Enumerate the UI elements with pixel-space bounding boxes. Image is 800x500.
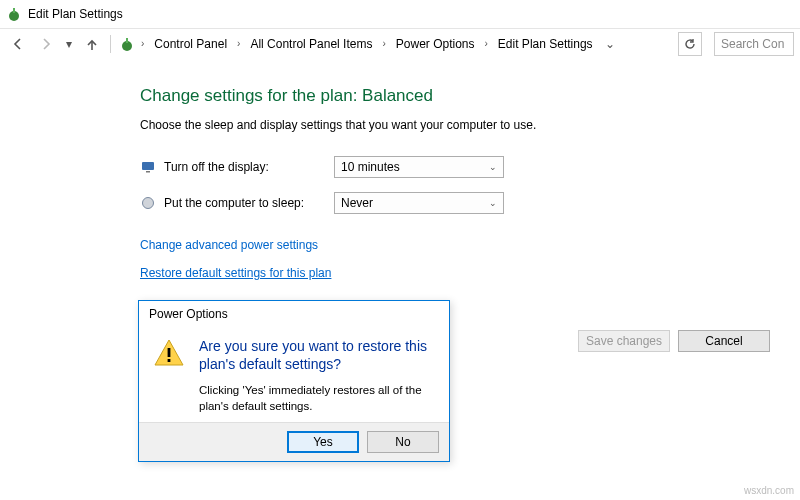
links-block: Change advanced power settings Restore d… [140,238,800,280]
save-changes-button[interactable]: Save changes [578,330,670,352]
dropdown-value: Never [341,196,373,210]
dialog-actions: Yes No [139,422,449,461]
page-subtitle: Choose the sleep and display settings th… [140,118,800,132]
svg-rect-9 [168,359,171,362]
warning-icon [153,337,185,414]
main-content: Change settings for the plan: Balanced C… [0,58,800,280]
nav-back-button[interactable] [6,32,30,56]
setting-label-display: Turn off the display: [164,160,334,174]
breadcrumb-dropdown[interactable]: ⌄ [601,35,619,53]
svg-point-6 [143,198,154,209]
cancel-button[interactable]: Cancel [678,330,770,352]
breadcrumb-item[interactable]: Control Panel [150,35,231,53]
page-title: Change settings for the plan: Balanced [140,86,800,106]
action-buttons: Save changes Cancel [578,330,770,352]
dialog-sub-text: Clicking 'Yes' immediately restores all … [199,383,435,414]
chevron-down-icon: ⌄ [489,198,497,208]
arrow-left-icon [11,37,25,51]
search-input[interactable]: Search Con [714,32,794,56]
watermark: wsxdn.com [744,485,794,496]
breadcrumb: › Control Panel › All Control Panel Item… [117,35,674,53]
chevron-right-icon: › [380,38,387,49]
svg-rect-3 [126,38,128,43]
refresh-icon [684,38,696,50]
chevron-right-icon: › [483,38,490,49]
chevron-down-icon: ⌄ [489,162,497,172]
svg-rect-5 [146,171,150,173]
recent-locations-dropdown[interactable]: ▾ [62,35,76,53]
window-titlebar: Edit Plan Settings [0,0,800,28]
dialog-main-text: Are you sure you want to restore this pl… [199,337,435,373]
nav-forward-button[interactable] [34,32,58,56]
navigation-bar: ▾ › Control Panel › All Control Panel It… [0,28,800,58]
breadcrumb-item[interactable]: All Control Panel Items [246,35,376,53]
display-timeout-dropdown[interactable]: 10 minutes ⌄ [334,156,504,178]
nav-up-button[interactable] [80,32,104,56]
svg-rect-4 [142,162,154,170]
svg-rect-8 [168,348,171,357]
dialog-body: Are you sure you want to restore this pl… [139,327,449,422]
dropdown-value: 10 minutes [341,160,400,174]
arrow-up-icon [85,37,99,51]
arrow-right-icon [39,37,53,51]
restore-defaults-link[interactable]: Restore default settings for this plan [140,266,800,280]
separator [110,35,111,53]
setting-row-sleep: Put the computer to sleep: Never ⌄ [140,192,800,214]
advanced-power-settings-link[interactable]: Change advanced power settings [140,238,800,252]
setting-row-display: Turn off the display: 10 minutes ⌄ [140,156,800,178]
dialog-yes-button[interactable]: Yes [287,431,359,453]
dialog-message: Are you sure you want to restore this pl… [199,337,435,414]
dialog-no-button[interactable]: No [367,431,439,453]
breadcrumb-item[interactable]: Edit Plan Settings [494,35,597,53]
svg-rect-1 [13,8,15,13]
monitor-icon [140,159,156,175]
window-title: Edit Plan Settings [28,7,123,21]
confirm-restore-dialog: Power Options Are you sure you want to r… [138,300,450,462]
power-app-icon [6,6,22,22]
dialog-title: Power Options [139,301,449,327]
chevron-right-icon: › [139,38,146,49]
breadcrumb-item[interactable]: Power Options [392,35,479,53]
refresh-button[interactable] [678,32,702,56]
moon-icon [140,195,156,211]
setting-label-sleep: Put the computer to sleep: [164,196,334,210]
sleep-timeout-dropdown[interactable]: Never ⌄ [334,192,504,214]
chevron-right-icon: › [235,38,242,49]
power-plan-icon [119,36,135,52]
